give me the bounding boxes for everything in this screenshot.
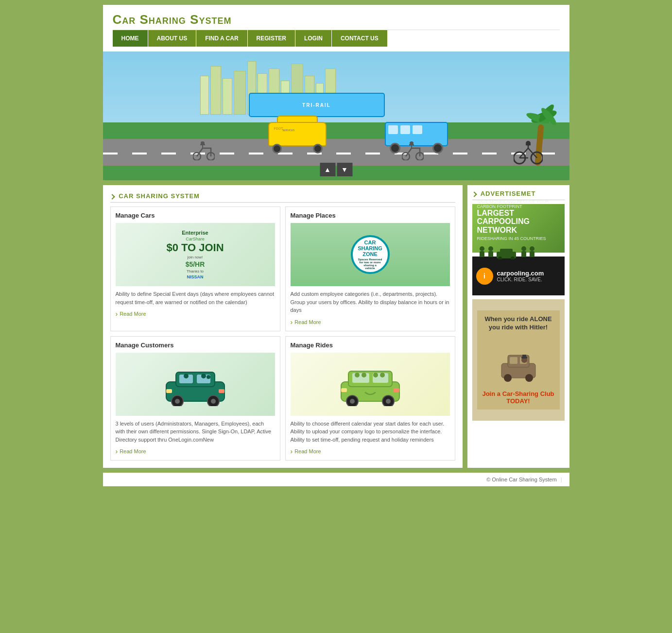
nav-link-register[interactable]: REGISTER bbox=[248, 30, 295, 47]
banner-taxi: FDOT SERVICES bbox=[268, 120, 327, 154]
svg-rect-57 bbox=[530, 251, 534, 257]
svg-line-3 bbox=[519, 148, 528, 158]
carpooling-com-info: carpooling.com CLICK. RIDE. SAVE. bbox=[497, 270, 544, 282]
nav-item-register[interactable]: REGISTER bbox=[248, 30, 295, 47]
svg-rect-27 bbox=[166, 389, 172, 393]
sidebar-arrow-icon bbox=[471, 191, 477, 197]
svg-rect-49 bbox=[488, 251, 493, 257]
svg-point-18 bbox=[410, 141, 414, 145]
banner-road bbox=[103, 139, 569, 166]
banner-scooter-left bbox=[193, 141, 215, 162]
ad-carpooling-headline: LARGESTCARPOOLINGNETWORK bbox=[477, 209, 560, 235]
card-manage-places-read-more[interactable]: Read More bbox=[291, 318, 321, 326]
nav-item-about[interactable]: ABOUT US bbox=[148, 30, 197, 47]
main-content: CAR SHARING SYSTEM Manage Cars Enterpris… bbox=[103, 180, 569, 473]
svg-line-4 bbox=[528, 148, 537, 158]
card-manage-cars-image: Enterprise CarShare $0 TO JOIN join now!… bbox=[116, 223, 275, 286]
svg-point-56 bbox=[530, 246, 534, 251]
ad-carpooling-subtext: SAVE MONEY AND REDUCE YOUR CARBON FOOTPR… bbox=[477, 199, 560, 209]
svg-point-43 bbox=[362, 373, 366, 377]
nav-link-contact[interactable]: CONTACT US bbox=[332, 30, 388, 47]
svg-text:SERVICES: SERVICES bbox=[282, 129, 295, 132]
nav-item-find[interactable]: FIND A CAR bbox=[196, 30, 247, 47]
nav-link-about[interactable]: ABOUT US bbox=[148, 30, 197, 47]
card-manage-customers-read-more[interactable]: Read More bbox=[116, 447, 146, 455]
hitler-ad-headline: When you ride ALONEyou ride with Hitler! bbox=[482, 315, 555, 332]
svg-rect-41 bbox=[394, 388, 399, 392]
carpooling-com-name: carpooling.com bbox=[497, 270, 544, 277]
ad-hitler[interactable]: When you ride ALONEyou ride with Hitler! bbox=[472, 299, 565, 421]
card-manage-rides-read-more[interactable]: Read More bbox=[291, 447, 321, 455]
card-manage-customers-title: Manage Customers bbox=[116, 342, 275, 349]
svg-rect-47 bbox=[480, 251, 484, 257]
nav-item-home[interactable]: HOME bbox=[113, 30, 148, 47]
sidebar: ADVERTISEMET SAVE MONEY AND REDUCE YOUR … bbox=[467, 185, 569, 468]
banner-down-button[interactable]: ▼ bbox=[337, 163, 352, 176]
banner-controls: ▲ ▼ bbox=[320, 163, 352, 176]
banner-bicycle bbox=[514, 141, 543, 167]
card-manage-customers-text: 3 levels of users (Administrators, Manag… bbox=[116, 420, 275, 444]
card-manage-rides-title: Manage Rides bbox=[291, 342, 450, 349]
banner-scooter-right bbox=[402, 141, 424, 162]
nav: HOME ABOUT US FIND A CAR REGISTER LOGIN … bbox=[113, 30, 560, 47]
svg-point-45 bbox=[380, 373, 385, 377]
card-manage-rides-image bbox=[291, 353, 450, 416]
card-manage-places-text: Add custom employee categories (i.e., de… bbox=[291, 290, 450, 314]
card-manage-rides: Manage Rides bbox=[285, 336, 455, 461]
ad-carpooling-detail: RIDESHARING IN 45 COUNTRIES bbox=[477, 236, 560, 241]
ad-carpooling-network[interactable]: SAVE MONEY AND REDUCE YOUR CARBON FOOTPR… bbox=[472, 204, 565, 253]
svg-point-30 bbox=[201, 374, 206, 378]
svg-rect-68 bbox=[522, 355, 526, 358]
footer-text: © Online Car Sharing System bbox=[486, 477, 556, 482]
nav-item-contact[interactable]: CONTACT US bbox=[332, 30, 388, 47]
card-manage-cars-read-more[interactable]: Read More bbox=[116, 310, 146, 318]
card-manage-customers: Manage Customers bbox=[110, 336, 280, 461]
content-area: CAR SHARING SYSTEM Manage Cars Enterpris… bbox=[103, 185, 463, 468]
card-manage-cars-text: Ability to define Special Event days (da… bbox=[116, 290, 275, 306]
ad-carpooling-com[interactable]: i carpooling.com CLICK. RIDE. SAVE. bbox=[472, 257, 565, 295]
card-manage-places: Manage Places CAR SHARING ZONE Spaces Re… bbox=[285, 206, 455, 331]
card-manage-places-title: Manage Places bbox=[291, 212, 450, 219]
svg-point-48 bbox=[488, 246, 493, 251]
cards-grid: Manage Cars Enterprise CarShare $0 TO JO… bbox=[110, 206, 455, 461]
footer-divider: | bbox=[561, 477, 562, 482]
footer: © Online Car Sharing System | bbox=[103, 473, 569, 486]
svg-point-42 bbox=[355, 373, 360, 377]
banner: TRI-RAIL FDOT SERVICES bbox=[103, 51, 569, 180]
svg-point-26 bbox=[211, 399, 216, 404]
carpooling-com-tagline: CLICK. RIDE. SAVE. bbox=[497, 277, 544, 282]
carpooling-com-logo: i bbox=[476, 268, 493, 285]
site-title: Car Sharing System bbox=[113, 12, 560, 27]
svg-point-44 bbox=[373, 373, 378, 377]
svg-rect-55 bbox=[521, 251, 526, 257]
card-manage-customers-image bbox=[116, 353, 275, 416]
svg-point-31 bbox=[207, 375, 210, 379]
hitler-ad-subtext: Join a Car-Sharing ClubTODAY! bbox=[482, 390, 555, 405]
svg-rect-40 bbox=[341, 388, 347, 392]
svg-point-37 bbox=[350, 399, 355, 404]
section-arrow-icon bbox=[109, 194, 115, 199]
nav-link-home[interactable]: HOME bbox=[113, 30, 148, 47]
card-manage-cars-title: Manage Cars bbox=[116, 212, 275, 219]
svg-point-64 bbox=[504, 374, 512, 382]
nav-link-find[interactable]: FIND A CAR bbox=[196, 30, 247, 47]
svg-point-39 bbox=[386, 399, 391, 404]
svg-point-24 bbox=[175, 399, 180, 404]
header: Car Sharing System HOME ABOUT US FIND A … bbox=[103, 5, 569, 51]
svg-point-29 bbox=[184, 374, 189, 378]
svg-point-13 bbox=[201, 141, 205, 145]
nav-link-login[interactable]: LOGIN bbox=[295, 30, 332, 47]
svg-point-46 bbox=[480, 246, 484, 251]
svg-point-65 bbox=[525, 374, 533, 382]
card-manage-places-image: CAR SHARING ZONE Spaces Reserved for two… bbox=[291, 223, 450, 286]
banner-train: TRI-RAIL bbox=[249, 93, 385, 117]
svg-rect-51 bbox=[500, 249, 513, 255]
svg-rect-28 bbox=[219, 389, 224, 393]
main-section-title: CAR SHARING SYSTEM bbox=[110, 192, 455, 203]
svg-rect-62 bbox=[510, 357, 517, 364]
svg-text:i: i bbox=[483, 272, 485, 280]
nav-item-login[interactable]: LOGIN bbox=[295, 30, 332, 47]
banner-up-button[interactable]: ▲ bbox=[320, 163, 335, 176]
svg-point-54 bbox=[521, 246, 526, 251]
card-manage-rides-text: Ability to choose different calendar yea… bbox=[291, 420, 450, 444]
